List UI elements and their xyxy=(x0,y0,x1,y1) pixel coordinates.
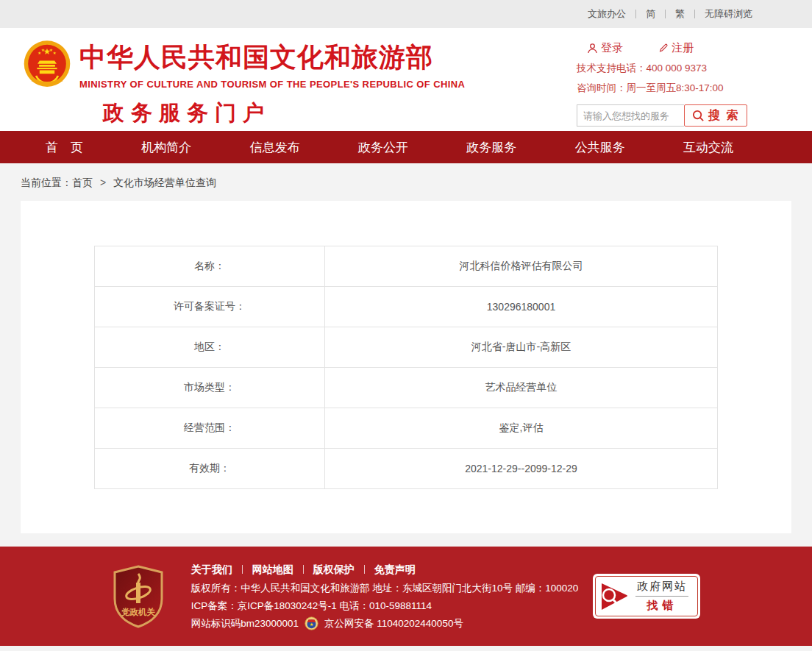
separator xyxy=(364,565,365,574)
footer-text-block: 关于我们 网站地图 版权保护 免责声明 版权所有：中华人民共和国文化和旅游部 地… xyxy=(191,561,579,633)
footer-link-sitemap[interactable]: 网站地图 xyxy=(252,561,293,578)
top-utility-bar: 文旅办公 简 繁 无障碍浏览 xyxy=(0,0,812,28)
magnifier-icon xyxy=(692,110,705,122)
pen-icon xyxy=(658,43,669,54)
footer-copyright-line: 版权所有：中华人民共和国文化和旅游部 地址：东城区朝阳门北大街10号 邮编：10… xyxy=(191,580,579,597)
svg-text:★: ★ xyxy=(310,622,314,627)
site-title: 中华人民共和国文化和旅游部 xyxy=(79,40,465,76)
row-value-market-type: 艺术品经营单位 xyxy=(325,368,718,408)
portal-subtitle: 政务服务门户 xyxy=(103,99,465,128)
party-shield-icon: 党政机关 xyxy=(112,565,165,628)
content-panel: 名称： 河北科信价格评估有限公司 许可备案证号： 130296180001 地区… xyxy=(21,201,791,533)
svg-text:★: ★ xyxy=(53,51,57,55)
separator xyxy=(242,565,243,574)
nav-item-disclosure[interactable]: 政务公开 xyxy=(358,139,408,156)
footer-link-disclaimer[interactable]: 免责声明 xyxy=(374,561,416,578)
brand: ★ ★ ★ ★ ★ 中华人民共和国文化和旅游部 MINISTRY OF CULT… xyxy=(22,35,465,128)
police-badge-icon: ★ xyxy=(304,616,318,630)
site-header: ★ ★ ★ ★ ★ 中华人民共和国文化和旅游部 MINISTRY OF CULT… xyxy=(0,28,812,131)
error-badge-texts: 政府网站 找错 xyxy=(635,580,688,613)
row-label-license: 许可备案证号： xyxy=(95,287,325,327)
entity-info-table: 名称： 河北科信价格评估有限公司 许可备案证号： 130296180001 地区… xyxy=(94,246,718,489)
breadcrumb-home-link[interactable]: 首页 xyxy=(72,177,93,188)
header-right: 登录 注册 技术支持电话：400 000 9373 咨询时间：周一至周五8:30… xyxy=(577,41,750,127)
footer-link-about[interactable]: 关于我们 xyxy=(191,561,232,578)
error-badge-inner: 政府网站 找错 xyxy=(595,576,698,616)
nav-item-about[interactable]: 机构简介 xyxy=(141,139,191,156)
topbar-link-traditional[interactable]: 繁 xyxy=(675,7,685,21)
nav-item-public[interactable]: 公共服务 xyxy=(575,139,625,156)
table-row: 有效期： 2021-12-29--2099-12-29 xyxy=(95,449,718,489)
table-row: 经营范围： 鉴定,评估 xyxy=(95,408,718,449)
nav-item-services[interactable]: 政务服务 xyxy=(466,139,516,156)
row-value-validity: 2021-12-29--2099-12-29 xyxy=(325,449,718,489)
row-label-market-type: 市场类型： xyxy=(95,368,325,408)
search-button-label: 搜 索 xyxy=(708,108,739,124)
brand-titles: 中华人民共和国文化和旅游部 MINISTRY OF CULTURE AND TO… xyxy=(79,35,465,128)
search-button[interactable]: 搜 索 xyxy=(684,104,747,127)
footer-record-line: 网站标识码bm23000001 ★ 京公网安备 11040202440050号 xyxy=(191,615,579,633)
table-row: 市场类型： 艺术品经营单位 xyxy=(95,368,718,408)
login-link[interactable]: 登录 xyxy=(587,41,623,55)
row-value-license: 130296180001 xyxy=(325,287,718,327)
login-label: 登录 xyxy=(601,41,623,55)
row-label-name: 名称： xyxy=(95,246,325,287)
separator xyxy=(694,10,695,18)
breadcrumb-current-link[interactable]: 文化市场经营单位查询 xyxy=(113,177,216,188)
table-row: 许可备案证号： 130296180001 xyxy=(95,287,718,327)
footer-links: 关于我们 网站地图 版权保护 免责声明 xyxy=(191,561,579,578)
site-footer: 党政机关 关于我们 网站地图 版权保护 免责声明 版权所有：中华人民共和国文化和… xyxy=(0,547,812,646)
register-label: 注册 xyxy=(672,41,694,55)
separator xyxy=(635,10,636,18)
topbar-link-office[interactable]: 文旅办公 xyxy=(588,7,626,21)
row-value-business-scope: 鉴定,评估 xyxy=(325,408,718,449)
footer-icp-line: ICP备案：京ICP备18030242号-1 电话：010-59881114 xyxy=(191,597,579,615)
row-label-validity: 有效期： xyxy=(95,449,325,489)
footer-link-copyright[interactable]: 版权保护 xyxy=(313,561,355,578)
separator xyxy=(665,10,666,18)
service-hours: 咨询时间：周一至周五8:30-17:00 xyxy=(577,82,750,95)
user-icon xyxy=(587,43,598,54)
row-label-region: 地区： xyxy=(95,327,325,368)
party-badge-label: 党政机关 xyxy=(121,608,156,616)
error-badge-line2: 找错 xyxy=(635,597,688,613)
breadcrumb: 当前位置：首页 > 文化市场经营单位查询 xyxy=(0,163,812,201)
table-row: 名称： 河北科信价格评估有限公司 xyxy=(95,246,718,287)
breadcrumb-separator: > xyxy=(100,177,106,188)
main-nav: 首 页 机构简介 信息发布 政务公开 政务服务 公共服务 互动交流 xyxy=(0,131,812,163)
row-value-region: 河北省-唐山市-高新区 xyxy=(325,327,718,368)
register-link[interactable]: 注册 xyxy=(658,41,694,55)
nav-item-news[interactable]: 信息发布 xyxy=(250,139,300,156)
separator xyxy=(303,565,304,574)
svg-text:★: ★ xyxy=(41,48,45,52)
site-title-english: MINISTRY OF CULTURE AND TOURISM OF THE P… xyxy=(79,79,465,90)
row-label-business-scope: 经营范围： xyxy=(95,408,325,449)
gov-site-error-report-badge[interactable]: 政府网站 找错 xyxy=(593,574,700,619)
search-bar: 搜 索 xyxy=(577,104,750,127)
row-value-name: 河北科信价格评估有限公司 xyxy=(325,246,718,287)
error-badge-line1: 政府网站 xyxy=(635,580,688,597)
topbar-link-accessibility[interactable]: 无障碍浏览 xyxy=(705,7,752,21)
search-input[interactable] xyxy=(577,104,684,127)
flag-magnifier-icon xyxy=(599,580,630,613)
nav-item-home[interactable]: 首 页 xyxy=(46,139,83,156)
table-row: 地区： 河北省-唐山市-高新区 xyxy=(95,327,718,368)
national-emblem-icon: ★ ★ ★ ★ ★ xyxy=(22,40,72,90)
site-identifier-code: 网站标识码bm23000001 xyxy=(191,615,299,633)
breadcrumb-prefix: 当前位置： xyxy=(21,177,72,188)
police-record-number: 京公网安备 11040202440050号 xyxy=(324,615,463,633)
nav-item-interaction[interactable]: 互动交流 xyxy=(683,139,733,156)
auth-links: 登录 注册 xyxy=(577,41,750,55)
topbar-link-simplified[interactable]: 简 xyxy=(646,7,655,21)
support-phone: 技术支持电话：400 000 9373 xyxy=(577,62,750,75)
